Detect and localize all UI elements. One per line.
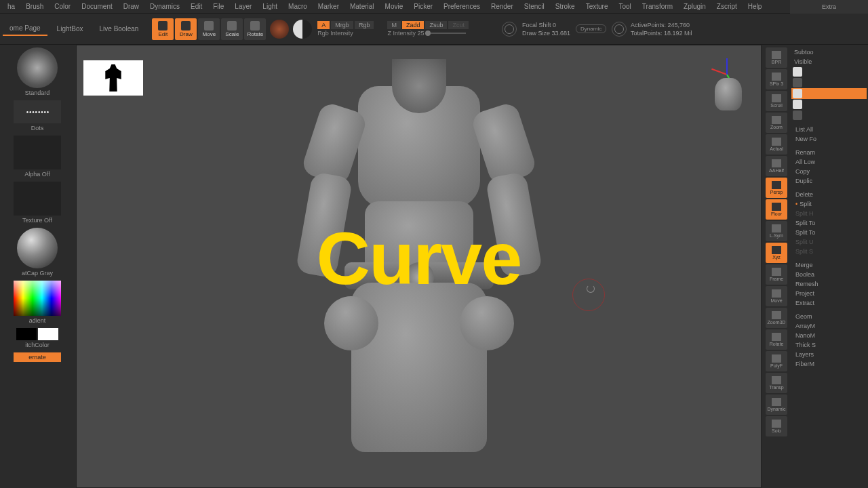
extract-button[interactable]: Extract: [791, 298, 867, 308]
menu-zplugin[interactable]: Zplugin: [679, 1, 711, 12]
split-unmasked-button[interactable]: Split U: [791, 237, 867, 247]
subtool-item[interactable]: [791, 110, 867, 121]
geometry-button[interactable]: Geom: [791, 312, 867, 321]
subtool-header[interactable]: Subtoo: [791, 47, 867, 57]
move-mode-button[interactable]: Move: [198, 18, 220, 40]
rail-spix3-button[interactable]: SPix 3: [766, 69, 787, 89]
menu-edit[interactable]: Edit: [186, 1, 207, 12]
rail-actual-button[interactable]: Actual: [766, 134, 787, 155]
split-button[interactable]: Split: [791, 199, 867, 209]
rail-polyf-button[interactable]: PolyF: [766, 351, 787, 371]
boolean-button[interactable]: Boolea: [791, 270, 867, 279]
menu-movie[interactable]: Movie: [380, 1, 408, 12]
project-button[interactable]: Project: [791, 289, 867, 298]
split-to-button-2[interactable]: Split To: [791, 228, 867, 237]
zcut-chip[interactable]: Zcut: [448, 21, 469, 29]
rail-bpr-button[interactable]: BPR: [766, 47, 787, 68]
live-boolean-button[interactable]: Live Boolean: [93, 22, 146, 35]
subtool-item[interactable]: [791, 66, 867, 77]
split-similar-button[interactable]: Split S: [791, 247, 867, 256]
gizmo-icon[interactable]: [270, 20, 289, 39]
rail-frame-button[interactable]: Frame: [766, 264, 787, 285]
thick-skin-button[interactable]: Thick S: [791, 340, 867, 350]
rail-solo-button[interactable]: Solo: [766, 416, 787, 436]
rail-scroll-button[interactable]: Scroll: [766, 91, 787, 111]
subtool-item[interactable]: [791, 77, 867, 88]
mrgb-chip[interactable]: Mrgb: [331, 21, 353, 29]
zadd-chip[interactable]: Zadd: [402, 21, 425, 29]
layers-button[interactable]: Layers: [791, 350, 867, 359]
menu-tool[interactable]: Tool: [614, 1, 635, 12]
menu-stencil[interactable]: Stencil: [519, 1, 549, 12]
rail-xyz-button[interactable]: Xyz: [766, 243, 787, 263]
menu-color[interactable]: Color: [50, 1, 75, 12]
menu-material[interactable]: Material: [345, 1, 379, 12]
menu-light[interactable]: Light: [258, 1, 282, 12]
rail-move-button[interactable]: Move: [766, 286, 787, 306]
rename-button[interactable]: Renam: [791, 148, 867, 157]
new-folder-button[interactable]: New Fo: [791, 134, 867, 144]
color-picker[interactable]: [14, 281, 61, 316]
remesh-button[interactable]: Remesh: [791, 279, 867, 289]
split-to-button[interactable]: Split To: [791, 218, 867, 228]
focal-shift-icon[interactable]: [502, 22, 517, 37]
dynamic-icon[interactable]: [612, 22, 627, 37]
draw-size-label[interactable]: Draw Size 33.681: [522, 29, 570, 37]
all-low-button[interactable]: All Low: [791, 157, 867, 167]
menu-preferences[interactable]: Preferences: [439, 1, 485, 12]
duplicate-button[interactable]: Duplic: [791, 176, 867, 186]
z-intensity-label[interactable]: Z Intensity 25: [387, 30, 424, 37]
rotate-mode-button[interactable]: Rotate: [244, 18, 266, 40]
home-page-button[interactable]: ome Page: [3, 22, 47, 36]
z-intensity-slider[interactable]: [425, 33, 466, 34]
rail-zoom-button[interactable]: Zoom: [766, 113, 787, 133]
menu-dynamics[interactable]: Dynamics: [145, 1, 184, 12]
draw-mode-button[interactable]: Draw: [175, 18, 197, 40]
rail-floor-button[interactable]: Floor: [766, 199, 787, 220]
menu-macro[interactable]: Macro: [283, 1, 312, 12]
stroke-thumbnail[interactable]: [14, 100, 61, 123]
brush-thumbnail[interactable]: [17, 47, 58, 88]
rail-lsym-button[interactable]: L.Sym: [766, 221, 787, 241]
viewport-thumbnail[interactable]: [83, 60, 143, 96]
extra-tab[interactable]: Extra: [790, 0, 868, 14]
split-hidden-button[interactable]: Split H: [791, 209, 867, 218]
menu-picker[interactable]: Picker: [409, 1, 437, 12]
rail-aahalf-button[interactable]: AAHalf: [766, 156, 787, 176]
lightbox-button[interactable]: LightBox: [50, 22, 90, 35]
alpha-thumbnail[interactable]: [14, 136, 61, 169]
menu-layer[interactable]: Layer: [230, 1, 256, 12]
rail-zoom3d-button[interactable]: Zoom3D: [766, 308, 787, 328]
rail-persp-button[interactable]: Persp: [766, 178, 787, 198]
array-mesh-button[interactable]: ArrayM: [791, 321, 867, 331]
menu-marker[interactable]: Marker: [313, 1, 344, 12]
rail-rotate-button[interactable]: Rotate: [766, 329, 787, 350]
subtool-item[interactable]: [791, 88, 867, 99]
menu-stroke[interactable]: Stroke: [551, 1, 580, 12]
rgb-chip[interactable]: Rgb: [355, 21, 374, 29]
rgb-intensity-label[interactable]: Rgb Intensity: [317, 30, 353, 37]
nav-head-icon[interactable]: [715, 78, 742, 110]
m-chip[interactable]: M: [387, 21, 401, 29]
scale-mode-button[interactable]: Scale: [221, 18, 243, 40]
menu-zscript[interactable]: Zscript: [712, 1, 742, 12]
material-thumbnail[interactable]: [17, 228, 58, 268]
menu-transform[interactable]: Transform: [637, 1, 677, 12]
edit-mode-button[interactable]: Edit: [152, 18, 174, 40]
fiber-mesh-button[interactable]: FiberM: [791, 359, 867, 369]
viewport[interactable]: Curve: [76, 45, 762, 488]
sculptris-icon[interactable]: [293, 20, 312, 39]
merge-button[interactable]: Merge: [791, 260, 867, 270]
menu-ha[interactable]: ha: [3, 1, 20, 12]
nano-mesh-button[interactable]: NanoM: [791, 331, 867, 340]
menu-render[interactable]: Render: [486, 1, 518, 12]
delete-button[interactable]: Delete: [791, 190, 867, 199]
menu-brush[interactable]: Brush: [21, 1, 48, 12]
secondary-color-swatch[interactable]: [16, 328, 37, 340]
menu-file[interactable]: File: [208, 1, 229, 12]
menu-draw[interactable]: Draw: [119, 1, 144, 12]
primary-color-swatch[interactable]: [38, 328, 58, 340]
rail-dynamic-button[interactable]: Dynamic: [766, 394, 787, 415]
menu-document[interactable]: Document: [77, 1, 117, 12]
menu-help[interactable]: Help: [743, 1, 767, 12]
